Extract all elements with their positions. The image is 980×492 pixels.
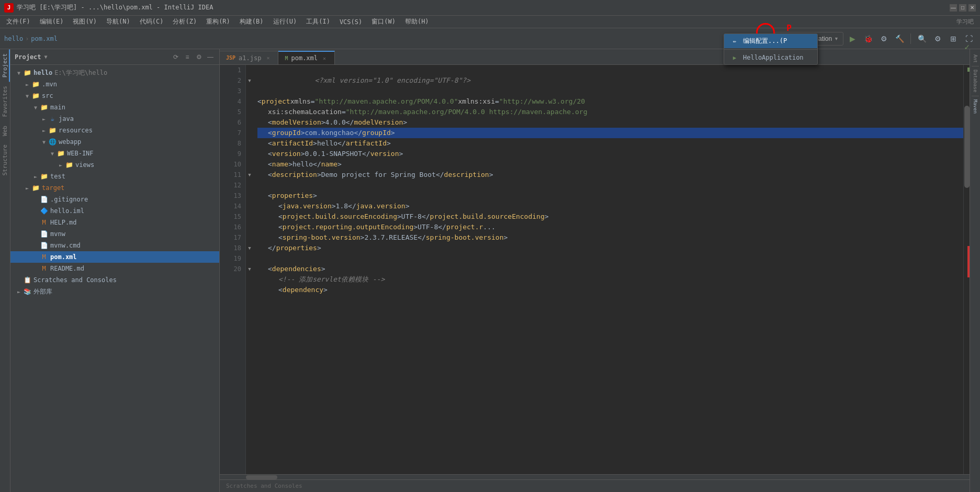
a1jsp-close[interactable]: ✕ (264, 54, 272, 62)
tree-item-mvn[interactable]: ► 📁 .mvn (10, 79, 219, 90)
menu-file[interactable]: 文件(F) (2, 16, 35, 27)
webinf-icon: 📁 (57, 149, 65, 158)
maximize-button[interactable]: □ (959, 4, 966, 12)
tree-item-test[interactable]: ► 📁 test (10, 171, 219, 182)
h-scrollbar-thumb[interactable] (246, 475, 277, 479)
tree-item-gitignore[interactable]: ► 📄 .gitignore (10, 194, 219, 205)
menu-build[interactable]: 构建(B) (235, 16, 268, 27)
tree-item-hello[interactable]: ▼ 📁 hello E:\学习吧\hello (10, 67, 219, 79)
scratches-icon: 📋 (23, 276, 31, 284)
tree-item-scratches[interactable]: ► 📋 Scratches and Consoles (10, 274, 219, 286)
menu-run[interactable]: 运行(U) (269, 16, 301, 27)
ant-tab[interactable]: Ant (972, 51, 979, 66)
debug-button[interactable]: 🐞 (861, 32, 875, 46)
menu-code[interactable]: 代码(C) (136, 16, 168, 27)
collapse-button[interactable]: ≡ (183, 52, 192, 62)
dropdown-hello-app[interactable]: ▶ HelloApplication (724, 51, 817, 64)
pom-tab-label: pom.xml (291, 54, 318, 62)
menu-navigate[interactable]: 导航(N) (102, 16, 134, 27)
title-bar: J 学习吧 [E:\学习吧] - ...\hello\pom.xml - Int… (0, 0, 980, 16)
help-label: HELP.md (50, 219, 77, 226)
tree-item-main[interactable]: ▼ 📁 main (10, 102, 219, 113)
fold-20[interactable]: ▼ (246, 264, 253, 274)
tree-item-help[interactable]: ► M HELP.md (10, 217, 219, 228)
tree-item-extlib[interactable]: ► 📚 外部库 (10, 286, 219, 297)
settings-button[interactable]: ⚙ (931, 32, 944, 46)
tree-item-readme[interactable]: ► M README.md (10, 263, 219, 274)
tree-item-webapp[interactable]: ▼ 🌐 webapp (10, 136, 219, 148)
menu-vcs[interactable]: VCS(S) (335, 17, 366, 27)
menu-edit[interactable]: 编辑(E) (36, 16, 68, 27)
toolbar-left: hello › pom.xml (4, 35, 58, 42)
expand-button[interactable]: ⊞ (947, 32, 960, 46)
dropdown-separator (724, 49, 817, 50)
gitignore-icon: 📄 (40, 195, 48, 204)
pom-tab-close[interactable]: ✕ (321, 54, 328, 62)
maven-tab[interactable]: Maven (972, 96, 979, 117)
tab-pomxml[interactable]: M pom.xml ✕ (278, 51, 335, 64)
fold-13 (246, 191, 253, 201)
coverage-button[interactable]: ⚙ (877, 32, 891, 46)
close-button[interactable]: ✕ (968, 4, 976, 12)
tree-item-webinf[interactable]: ▼ 📁 WEB-INF (10, 148, 219, 159)
title-bar-controls[interactable]: — □ ✕ (950, 4, 976, 12)
project-panel: Project ▼ ⟳ ≡ ⚙ — ▼ 📁 hello E:\学习吧\hello (10, 49, 220, 492)
tree-item-resources[interactable]: ► 📁 resources (10, 125, 219, 136)
database-tab[interactable]: Database (972, 66, 979, 96)
file-tree: ▼ 📁 hello E:\学习吧\hello ► 📁 .mvn ▼ 📁 src (10, 65, 219, 492)
project-label: Project (15, 53, 41, 61)
fold-9 (246, 149, 253, 159)
run-config-dropdown: ✏ 编辑配置...(P ▶ HelloApplication (724, 33, 818, 65)
tree-item-src[interactable]: ▼ 📁 src (10, 90, 219, 102)
run-action-button[interactable]: ▶ (846, 32, 859, 46)
tree-item-mvnw-cmd[interactable]: ► 📄 mvnw.cmd (10, 240, 219, 251)
menu-window[interactable]: 窗口(W) (367, 16, 400, 27)
left-sidebar-tabs: Project Favorites Web Structure (0, 49, 10, 492)
fold-7 (246, 128, 253, 138)
dropdown-chevron[interactable]: ▼ (44, 54, 48, 60)
mvnwcmd-label: mvnw.cmd (50, 242, 81, 249)
toolbar: hello › pom.xml ▶ ▶ HelloApplication ▼ ▶… (0, 28, 980, 49)
menu-tools[interactable]: 工具(I) (302, 16, 334, 27)
menu-view[interactable]: 视图(V) (69, 16, 101, 27)
minimize-panel-button[interactable]: — (206, 52, 215, 62)
src-arrow: ▼ (23, 92, 31, 100)
favorites-tab[interactable]: Favorites (0, 82, 10, 121)
sync-button[interactable]: ⟳ (171, 52, 181, 62)
tree-item-mvnw[interactable]: ► 📄 mvnw (10, 228, 219, 240)
webapp-arrow: ▼ (40, 138, 48, 146)
tree-item-pom[interactable]: ► M pom.xml (10, 251, 219, 263)
tree-item-iml[interactable]: ► 🔷 hello.iml (10, 205, 219, 217)
tree-item-target[interactable]: ► 📁 target (10, 182, 219, 194)
tree-item-views[interactable]: ► 📁 views (10, 159, 219, 171)
breadcrumb-file[interactable]: pom.xml (31, 35, 58, 42)
search-button[interactable]: 🔍 (915, 32, 929, 46)
fold-10 (246, 159, 253, 170)
minimize-button[interactable]: — (950, 4, 957, 12)
web-tab[interactable]: Web (0, 121, 10, 140)
dropdown-edit-config[interactable]: ✏ 编辑配置...(P (724, 34, 817, 48)
code-line-18: <dependencies> (257, 264, 963, 274)
menu-refactor[interactable]: 重构(R) (202, 16, 234, 27)
fold-16 (246, 222, 253, 232)
tree-item-java[interactable]: ► ☕ java (10, 113, 219, 125)
fold-2[interactable]: ▼ (246, 75, 253, 86)
structure-tab[interactable]: Structure (0, 140, 10, 180)
title-bar-text: 学习吧 [E:\学习吧] - ...\hello\pom.xml - Intel… (17, 3, 213, 12)
menu-analyze[interactable]: 分析(Z) (168, 16, 201, 27)
target-arrow: ► (23, 184, 31, 192)
project-tab[interactable]: Project (0, 49, 10, 82)
fold-18[interactable]: ▼ (246, 243, 253, 253)
fold-5 (246, 107, 253, 117)
pom-icon: M (40, 253, 48, 261)
code-editor[interactable]: <?xml version="1.0" encoding="UTF-8"?> <… (253, 65, 963, 474)
breadcrumb-project[interactable]: hello (4, 35, 23, 42)
h-scrollbar[interactable] (220, 474, 970, 479)
menu-help[interactable]: 帮助(H) (401, 16, 433, 27)
src-icon: 📁 (31, 92, 40, 100)
breadcrumb: hello › pom.xml (4, 35, 58, 42)
tab-a1jsp[interactable]: JSP a1.jsp ✕ (220, 51, 278, 64)
fold-11[interactable]: ▼ (246, 170, 253, 180)
settings-gear-button[interactable]: ⚙ (194, 52, 204, 62)
build-button[interactable]: 🔨 (893, 32, 906, 46)
